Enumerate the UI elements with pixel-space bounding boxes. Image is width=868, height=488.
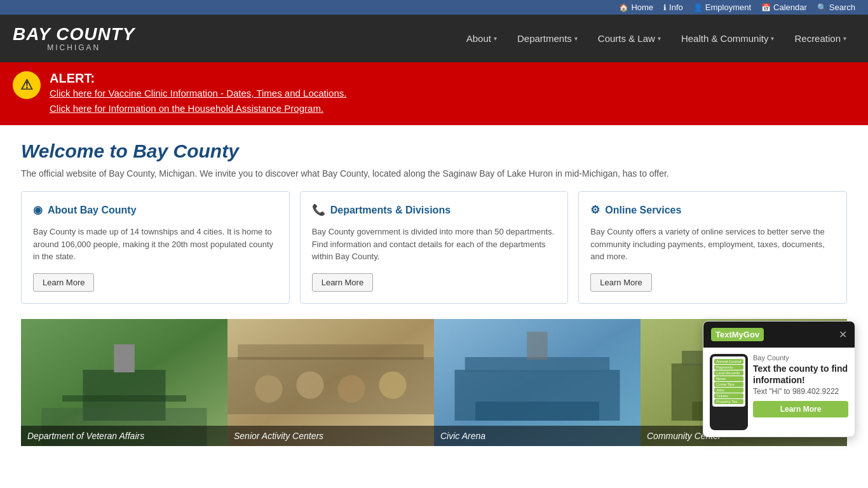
main-nav: About ▾ Departments ▾ Courts & Law ▾ Hea…	[458, 28, 855, 49]
nav-about[interactable]: About ▾	[458, 28, 506, 49]
employment-link[interactable]: 👤 Employment	[693, 3, 751, 12]
popup-learn-more-button[interactable]: Learn More	[753, 401, 848, 417]
online-services-learn-more-button[interactable]: Learn More	[590, 273, 651, 292]
welcome-description: The official website of Bay County, Mich…	[21, 168, 847, 179]
phone-item: Payments	[714, 365, 743, 370]
popup-content: Animal Control Payments Land Records New…	[703, 348, 855, 437]
nav-health[interactable]: Health & Community ▾	[672, 28, 783, 49]
image-tile-senior[interactable]: Senior Activity Centers	[227, 319, 434, 446]
phone-item: Property Tax	[714, 399, 743, 404]
search-link[interactable]: 🔍 Search	[817, 3, 855, 12]
svg-point-8	[296, 371, 323, 398]
alert-content: ALERT: Click here for Vaccine Clinic Inf…	[50, 71, 346, 116]
popup-title: Text the county to find information!	[753, 363, 848, 386]
home-icon: 🏠	[619, 3, 628, 12]
logo-county-name: BAY COUNTY	[13, 25, 135, 44]
phone-item: Jobs	[714, 388, 743, 393]
welcome-title: Welcome to Bay County	[21, 140, 847, 162]
top-bar: 🏠 Home ℹ Info 👤 Employment 📅 Calendar 🔍 …	[0, 0, 868, 15]
chevron-down-icon: ▾	[771, 35, 774, 42]
info-icon: ℹ	[663, 3, 667, 12]
svg-point-9	[337, 375, 365, 402]
chevron-down-icon: ▾	[843, 35, 846, 42]
svg-rect-3	[62, 395, 186, 402]
popup-number: Text "Hi" to 989.402.9222	[753, 387, 848, 396]
departments-learn-more-button[interactable]: Learn More	[312, 273, 373, 292]
senior-caption: Senior Activity Centers	[227, 426, 434, 446]
chevron-down-icon: ▾	[574, 35, 578, 42]
site-logo[interactable]: BAY COUNTY MICHIGAN	[13, 25, 135, 53]
home-link[interactable]: 🏠 Home	[619, 3, 653, 12]
departments-card-icon: 📞	[312, 203, 325, 217]
phone-item: Crime Tips	[714, 382, 743, 387]
departments-card: 📞 Departments & Divisions Bay County gov…	[300, 191, 569, 304]
alert-banner: ⚠ ALERT: Click here for Vaccine Clinic I…	[0, 62, 868, 125]
online-services-card-icon: ⚙	[590, 203, 600, 217]
online-services-card-title: ⚙ Online Services	[590, 203, 835, 217]
search-icon: 🔍	[817, 3, 827, 12]
svg-point-7	[255, 375, 282, 402]
veteran-caption: Department of Veteran Affairs	[21, 426, 227, 446]
chevron-down-icon: ▾	[494, 35, 497, 42]
nav-recreation[interactable]: Recreation ▾	[785, 28, 855, 49]
svg-rect-2	[114, 344, 135, 372]
vaccine-clinic-link[interactable]: Click here for Vaccine Clinic Informatio…	[50, 88, 346, 98]
info-cards: ◉ About Bay County Bay County is made up…	[21, 191, 847, 304]
household-assistance-link[interactable]: Click here for Information on the Househ…	[50, 103, 323, 114]
calendar-link[interactable]: 📅 Calendar	[761, 3, 807, 12]
about-card-title: ◉ About Bay County	[33, 203, 278, 217]
phone-mockup: Animal Control Payments Land Records New…	[710, 354, 748, 430]
svg-rect-11	[238, 344, 424, 360]
departments-card-title: 📞 Departments & Divisions	[312, 203, 557, 217]
textmygov-popup: TextMyGov ✕ Animal Control Payments Land…	[703, 321, 855, 437]
phone-item: Land Records	[714, 370, 743, 376]
svg-point-10	[379, 371, 406, 398]
textmygov-logo: TextMyGov	[711, 328, 764, 341]
about-card-icon: ◉	[33, 203, 43, 217]
popup-header: TextMyGov ✕	[703, 322, 855, 348]
alert-title: ALERT:	[50, 71, 346, 86]
civic-caption: Civic Arena	[434, 426, 641, 446]
image-tile-veteran[interactable]: Department of Veteran Affairs	[21, 319, 227, 446]
calendar-icon: 📅	[761, 3, 771, 12]
svg-rect-15	[475, 402, 599, 421]
phone-screen: Animal Control Payments Land Records New…	[712, 356, 745, 407]
nav-courts[interactable]: Courts & Law ▾	[589, 28, 670, 49]
phone-item: Animal Control	[714, 359, 743, 364]
about-card: ◉ About Bay County Bay County is made up…	[21, 191, 290, 304]
popup-close-button[interactable]: ✕	[839, 330, 847, 340]
popup-county-label: Bay County	[753, 354, 848, 362]
phone-item: News	[714, 376, 743, 381]
info-link[interactable]: ℹ Info	[663, 3, 683, 12]
phone-item: Tickets	[714, 393, 743, 398]
image-tile-civic[interactable]: Civic Arena	[434, 319, 641, 446]
alert-icon: ⚠	[13, 71, 41, 99]
chevron-down-icon: ▾	[658, 35, 661, 42]
popup-text-area: Bay County Text the county to find infor…	[753, 354, 848, 417]
online-services-card: ⚙ Online Services Bay County offers a va…	[578, 191, 847, 304]
about-learn-more-button[interactable]: Learn More	[33, 273, 94, 292]
logo-state-name: MICHIGAN	[13, 44, 135, 52]
svg-rect-16	[527, 332, 548, 360]
site-header: BAY COUNTY MICHIGAN About ▾ Departments …	[0, 15, 868, 62]
employment-icon: 👤	[693, 3, 703, 12]
nav-departments[interactable]: Departments ▾	[508, 28, 587, 49]
